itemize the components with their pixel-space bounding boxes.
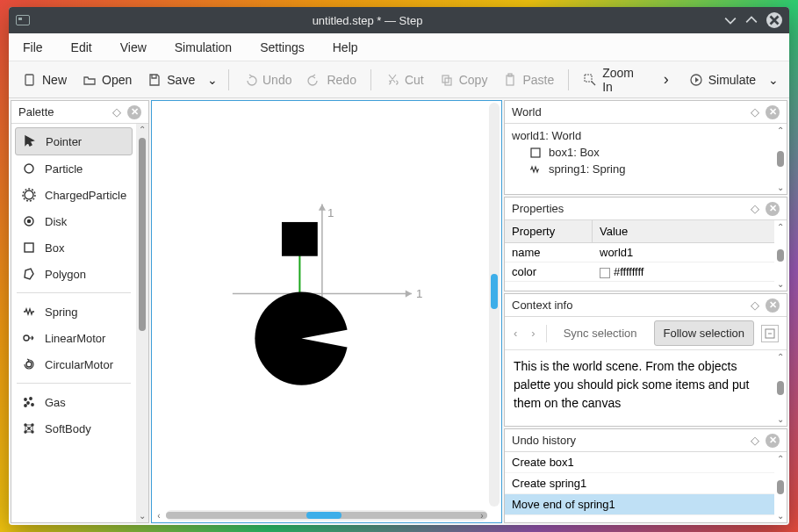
properties-scrollbar[interactable]: ⌃ ⌄ [774,220,787,291]
palette-item-circularmotor[interactable]: CircularMotor [15,351,133,377]
world-tree[interactable]: world1: World box1: Box spring1: Spring [505,124,774,194]
panel-float-icon[interactable]: ◇ [748,105,762,119]
scroll-up-icon[interactable]: ⌃ [139,126,146,134]
panel-float-icon[interactable]: ◇ [110,105,124,119]
scrollbar-thumb[interactable] [777,249,784,262]
svg-rect-12 [25,243,33,252]
menu-file[interactable]: File [18,37,48,58]
scrollbar-thumb[interactable] [777,381,784,395]
hscroll-left-icon[interactable]: ‹ [154,510,164,521]
scene-box[interactable] [282,222,318,256]
palette-item-chargedparticle[interactable]: ChargedParticle [15,182,133,208]
svg-rect-5 [585,75,592,82]
canvas-vscroll-thumb[interactable] [491,274,498,309]
property-row[interactable]: color #ffffffff [505,262,774,282]
panel-close-icon[interactable]: ✕ [766,434,780,448]
undo-scrollbar[interactable]: ⌃ ⌄ [774,452,787,522]
tree-row-world[interactable]: world1: World [510,127,769,144]
canvas-panel: 1 1 ‹ [151,100,502,523]
save-dropdown-icon[interactable]: ⌄ [204,73,221,87]
scrollbar-thumb[interactable] [139,138,146,331]
undo-button[interactable]: Undo [236,68,298,92]
simulate-dropdown-icon[interactable]: ⌄ [765,73,782,87]
panel-float-icon[interactable]: ◇ [748,202,762,216]
palette-scrollbar[interactable]: ⌃ ⌄ [136,124,148,522]
property-row[interactable]: name world1 [505,243,774,262]
menu-help[interactable]: Help [327,37,363,58]
hscroll-right-icon[interactable]: › [477,510,487,521]
close-button[interactable] [766,12,782,28]
palette-item-polygon[interactable]: Polygon [15,261,133,287]
palette-list: Pointer Particle ChargedParticle Disk [11,124,136,522]
tree-row-box[interactable]: box1: Box [510,144,769,161]
scroll-down-icon[interactable]: ⌄ [777,511,784,521]
scrollbar-thumb[interactable] [777,480,784,494]
save-button[interactable]: Save [140,68,202,92]
new-icon [23,73,37,87]
canvas-vscrollbar[interactable] [489,103,500,507]
menu-simulation[interactable]: Simulation [169,37,237,58]
open-button[interactable]: Open [75,68,139,92]
palette-item-box[interactable]: Box [15,234,133,261]
new-button[interactable]: New [16,68,74,92]
redo-button[interactable]: Redo [300,68,363,92]
palette-item-spring[interactable]: Spring [15,298,133,325]
context-back-button[interactable]: ‹ [510,325,521,341]
panel-close-icon[interactable]: ✕ [766,202,780,216]
menu-view[interactable]: View [115,37,152,58]
toolbar-overflow-icon[interactable]: › [658,70,675,89]
simulate-button[interactable]: Simulate [682,68,763,92]
scroll-down-icon[interactable]: ⌄ [139,512,146,521]
copy-button[interactable]: Copy [433,68,495,92]
canvas[interactable]: 1 1 ‹ [151,100,502,523]
undo-item[interactable]: Move end of spring1 [505,494,774,515]
panel-float-icon[interactable]: ◇ [748,434,762,448]
palette-item-gas[interactable]: Gas [15,389,133,415]
gas-icon [22,395,36,409]
scene-disk[interactable] [255,292,349,385]
world-scrollbar[interactable]: ⌃ ⌄ [774,124,787,194]
panel-close-icon[interactable]: ✕ [766,298,780,313]
palette-item-particle[interactable]: Particle [15,155,133,182]
canvas-hscrollbar[interactable] [166,510,487,521]
context-forward-button[interactable]: › [528,325,538,341]
window-title: untitled.step * — Step [19,14,715,27]
scroll-up-icon[interactable]: ⌃ [777,454,784,464]
cut-button[interactable]: Cut [378,68,431,92]
palette-item-disk[interactable]: Disk [15,208,133,234]
svg-point-18 [32,404,33,406]
scrollbar-thumb[interactable] [777,151,784,167]
scroll-up-icon[interactable]: ⌃ [777,352,784,362]
maximize-button[interactable] [745,14,758,26]
svg-rect-0 [25,75,33,85]
scroll-up-icon[interactable]: ⌃ [777,126,784,135]
palette-item-linearmotor[interactable]: LinearMotor [15,325,133,351]
scroll-down-icon[interactable]: ⌄ [777,414,784,424]
panel-float-icon[interactable]: ◇ [748,298,762,313]
simulate-icon [689,73,703,87]
menu-edit[interactable]: Edit [66,37,97,58]
menu-settings[interactable]: Settings [255,37,310,58]
follow-selection-button[interactable]: Follow selection [654,320,755,346]
col-value[interactable]: Value [593,220,774,242]
scroll-down-icon[interactable]: ⌄ [777,183,784,192]
tree-row-spring[interactable]: spring1: Spring [510,161,769,177]
undo-item[interactable]: Create spring1 [505,473,774,494]
panel-close-icon[interactable]: ✕ [766,105,780,119]
scroll-up-icon[interactable]: ⌃ [777,222,784,232]
zoom-in-button[interactable]: Zoom In [576,61,654,99]
context-scrollbar[interactable]: ⌃ ⌄ [774,350,787,426]
palette-item-softbody[interactable]: SoftBody [15,415,133,442]
svg-point-8 [25,191,33,199]
undo-item[interactable]: Create box1 [505,452,774,473]
context-extra-button[interactable] [761,325,779,342]
panel-close-icon[interactable]: ✕ [127,105,141,119]
palette-item-pointer[interactable]: Pointer [15,127,133,155]
col-property[interactable]: Property [505,220,593,242]
scroll-down-icon[interactable]: ⌄ [777,279,784,289]
sync-selection-button[interactable]: Sync selection [554,320,647,346]
canvas-hscroll-thumb[interactable] [306,512,341,519]
svg-point-16 [30,398,32,399]
minimize-button[interactable] [724,14,737,26]
paste-button[interactable]: Paste [496,68,561,92]
